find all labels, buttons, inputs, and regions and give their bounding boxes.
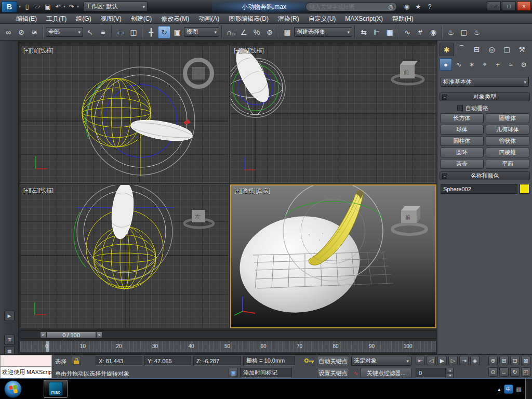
time-tag-icon[interactable]: ▣ bbox=[229, 368, 238, 377]
auto-key-button[interactable]: 自动关键点 bbox=[317, 356, 349, 366]
network-icon[interactable]: ▥ bbox=[516, 386, 522, 393]
undo-icon[interactable]: ↶ bbox=[53, 2, 63, 12]
selection-filter-dropdown[interactable]: 全部 ▾ bbox=[46, 27, 83, 37]
viewcube-label[interactable]: 左 bbox=[195, 214, 201, 220]
maxscript-mini-listener-input[interactable] bbox=[0, 355, 52, 367]
ime-icon[interactable]: 中 bbox=[504, 384, 513, 394]
set-key-button[interactable]: 设置关键点 bbox=[317, 368, 349, 378]
maxscript-mini-listener-output[interactable]: 欢迎使用 MAXScript bbox=[0, 367, 52, 379]
rendered-frame-icon[interactable]: ▢ bbox=[458, 26, 470, 38]
geometry-icon[interactable]: ● bbox=[440, 58, 452, 71]
y-coordinate-field[interactable]: Y: 47.065 bbox=[144, 356, 191, 366]
viewport-perspective[interactable]: 前 [+][透视][真实] bbox=[230, 184, 436, 328]
sphere-button[interactable]: 球体 bbox=[440, 125, 484, 135]
tray-expand-icon[interactable]: ▴ bbox=[498, 386, 501, 393]
pyramid-button[interactable]: 四棱锥 bbox=[486, 148, 529, 157]
tab-display[interactable]: ▢ bbox=[500, 43, 514, 56]
animal-mesh[interactable] bbox=[129, 116, 194, 144]
menu-maxscript[interactable]: MAXScript(X) bbox=[340, 14, 388, 24]
expand-toolbar-button[interactable]: ▶ bbox=[4, 311, 15, 321]
name-color-rollout[interactable]: - 名称和颜色 bbox=[440, 171, 530, 180]
viewcube-label[interactable]: 前 bbox=[403, 69, 409, 75]
viewport-top-label[interactable]: [+][顶][线框] bbox=[23, 47, 54, 55]
x-coordinate-field[interactable]: X: 81.443 bbox=[96, 356, 142, 366]
tab-modify[interactable]: ⌒ bbox=[455, 43, 469, 56]
rectangular-selection-region-icon[interactable]: ▭ bbox=[114, 26, 127, 38]
search-icon[interactable]: ◎ bbox=[388, 4, 393, 10]
zoom-icon[interactable]: ⊕ bbox=[488, 356, 498, 365]
undo-chevron-icon[interactable]: ▾ bbox=[63, 4, 65, 9]
viewport-left[interactable]: 左 [+][左][线框] bbox=[20, 184, 229, 328]
collapse-icon[interactable]: - bbox=[442, 174, 447, 179]
viewport-left-label[interactable]: [+][左][线框] bbox=[23, 187, 54, 194]
key-filters-button[interactable]: 关键点过滤器... bbox=[361, 368, 411, 378]
cone-button[interactable]: 圆锥体 bbox=[486, 113, 529, 123]
redo-chevron-icon[interactable]: ▾ bbox=[77, 4, 79, 9]
field-of-view-icon[interactable]: ⊙ bbox=[488, 367, 498, 377]
box-button[interactable]: 长方体 bbox=[440, 113, 484, 123]
menu-rendering[interactable]: 渲染(R) bbox=[273, 14, 304, 24]
viewport-left-canvas[interactable]: 左 bbox=[20, 185, 228, 328]
menu-edit[interactable]: 编辑(E) bbox=[11, 14, 42, 24]
menu-group[interactable]: 组(G) bbox=[71, 14, 96, 24]
select-by-name-icon[interactable]: ≡ bbox=[97, 26, 109, 38]
percent-snap-icon[interactable]: % bbox=[250, 26, 263, 38]
menu-help[interactable]: 帮助(H) bbox=[388, 14, 418, 24]
menu-tools[interactable]: 工具(T) bbox=[42, 14, 71, 24]
select-and-move-icon[interactable]: ╋ bbox=[145, 26, 157, 38]
tube-button[interactable]: 管状体 bbox=[486, 136, 529, 146]
systems-icon[interactable]: ⚙ bbox=[517, 58, 530, 71]
workspace-selector[interactable]: 工作区: 默认 ▾ bbox=[83, 2, 148, 11]
viewport-perspective-label[interactable]: [+][透视][真实] bbox=[234, 187, 270, 195]
viewcube[interactable]: 前 bbox=[392, 206, 427, 234]
select-object-icon[interactable]: ↖ bbox=[84, 26, 96, 38]
unlink-selection-icon[interactable]: ⊘ bbox=[15, 26, 28, 38]
redo-icon[interactable]: ↷ bbox=[66, 2, 77, 12]
helpers-icon[interactable]: + bbox=[491, 58, 504, 71]
zoom-region-icon[interactable]: ⊠ bbox=[521, 356, 530, 365]
favorites-icon[interactable]: ★ bbox=[413, 2, 424, 12]
menu-customize[interactable]: 自定义(U) bbox=[304, 14, 341, 24]
next-frame-arrow[interactable]: > bbox=[96, 331, 102, 338]
viewport-front-label[interactable]: [+][前][线框] bbox=[234, 47, 264, 55]
shapes-icon[interactable]: ∿ bbox=[453, 58, 465, 71]
menu-views[interactable]: 视图(V) bbox=[96, 14, 126, 24]
viewport-perspective-canvas[interactable]: 前 bbox=[231, 185, 435, 327]
open-file-icon[interactable]: ▱ bbox=[32, 2, 43, 12]
primitive-category-dropdown[interactable]: 标准基本体 ▾ bbox=[441, 77, 529, 87]
select-and-rotate-icon[interactable]: ↻ bbox=[158, 26, 170, 38]
tab-hierarchy[interactable]: ⊟ bbox=[470, 43, 484, 56]
play-icon[interactable]: ▶ bbox=[437, 356, 447, 365]
viewport-top[interactable]: 顶 [+][顶][线框] bbox=[20, 45, 229, 183]
selection-lock-icon[interactable] bbox=[72, 356, 81, 365]
angle-snap-icon[interactable]: ∠ bbox=[237, 26, 250, 38]
menu-graph-editors[interactable]: 图形编辑器(D) bbox=[224, 14, 273, 24]
geosphere-button[interactable]: 几何球体 bbox=[486, 125, 529, 135]
key-mode-toggle-icon[interactable]: ◈ bbox=[470, 356, 480, 365]
mini-curve-editor-icon[interactable]: ⊞ bbox=[4, 335, 15, 345]
application-menu-button[interactable]: B bbox=[2, 1, 17, 12]
frame-spinner-down[interactable]: ▾ bbox=[447, 373, 454, 378]
render-production-icon[interactable]: ♨ bbox=[471, 26, 483, 38]
autogrid-checkbox[interactable] bbox=[457, 105, 463, 111]
material-editor-icon[interactable]: ◉ bbox=[427, 26, 440, 38]
spinner-snap-icon[interactable]: ⊚ bbox=[263, 26, 276, 38]
current-frame-field[interactable]: 0 bbox=[416, 368, 446, 378]
cameras-icon[interactable]: ⌖ bbox=[478, 58, 491, 71]
show-desktop-button[interactable] bbox=[525, 379, 532, 399]
menu-animation[interactable]: 动画(A) bbox=[194, 14, 224, 24]
search-input[interactable] bbox=[309, 4, 386, 10]
communication-center-icon[interactable]: ◉ bbox=[401, 2, 413, 12]
sphere-wireframe[interactable] bbox=[82, 78, 151, 147]
named-selection-set-dropdown[interactable]: 创建选择集 ▾ bbox=[294, 27, 352, 37]
time-slider-handle[interactable]: < 0 / 100 > bbox=[40, 331, 102, 338]
frame-spinner-up[interactable]: ▴ bbox=[447, 368, 454, 373]
previous-frame-arrow[interactable]: < bbox=[40, 331, 46, 338]
mirror-icon[interactable]: ⇆ bbox=[357, 26, 370, 38]
snap-toggle-icon[interactable]: ∩₃ bbox=[224, 26, 237, 38]
taskbar-app-3dsmax[interactable]: max bbox=[44, 380, 68, 398]
app-menu-chevron-icon[interactable]: ▾ bbox=[19, 4, 21, 9]
layer-manager-icon[interactable]: ▦ bbox=[383, 26, 396, 38]
select-and-link-icon[interactable]: ∞ bbox=[2, 26, 15, 38]
go-to-start-icon[interactable]: ⇤ bbox=[416, 356, 425, 365]
